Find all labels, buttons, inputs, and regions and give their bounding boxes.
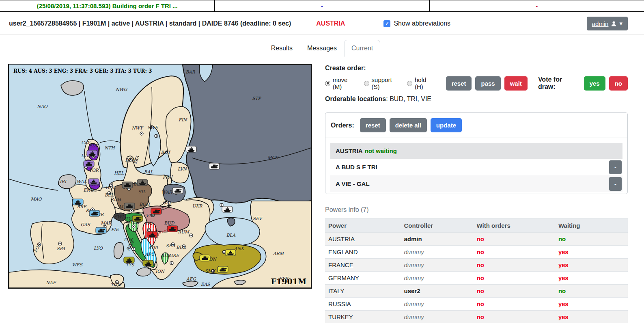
map-label-tri: TRI <box>144 221 153 226</box>
map-label-hol: HOL <box>106 185 116 190</box>
with-orders-cell: no <box>474 298 555 311</box>
map-label-spa: SPA <box>57 246 65 251</box>
col-with-orders: With orders <box>474 219 555 233</box>
radio-icon[interactable] <box>364 81 369 86</box>
show-abbreviations-checkbox[interactable]: ✓ <box>383 20 390 27</box>
with-orders-cell: no <box>474 311 555 324</box>
order-type-support[interactable]: support (S) <box>364 76 401 90</box>
status-bar: (25/08/2019, 11:37:08.593) Building orde… <box>0 0 644 12</box>
with-orders-cell: no <box>474 285 555 298</box>
supply-center-dot <box>141 133 142 134</box>
map-label-war: WAR <box>162 190 172 194</box>
user-menu-button[interactable]: admin ▾ <box>587 17 628 30</box>
tab-messages[interactable]: Messages <box>300 40 344 57</box>
map-label-bar: BAR <box>185 69 195 74</box>
tab-bar: ResultsMessagesCurrent <box>0 40 644 57</box>
unit-italy-fleet[interactable] <box>124 257 134 263</box>
map-label-eas: EAS <box>201 282 210 287</box>
map-label-bul: BUL <box>176 245 186 250</box>
unit-france-army[interactable] <box>96 227 106 233</box>
controller-cell: dummy <box>401 272 474 285</box>
remove-order-button[interactable]: - <box>609 160 622 174</box>
orders-update-button[interactable]: update <box>431 118 462 132</box>
map-label-bal: BAL <box>144 169 153 174</box>
tab-results[interactable]: Results <box>264 40 300 57</box>
controller-cell: user2 <box>401 285 474 298</box>
col-waiting: Waiting <box>555 219 628 233</box>
supply-center-dot <box>155 135 157 136</box>
supply-center-dot <box>133 248 134 249</box>
user-icon <box>611 21 617 27</box>
game-map[interactable]: NAONWGBARNTHIRIENGMAOHELSKABALBOTLYOWEST… <box>8 64 312 289</box>
unit-italy-army[interactable] <box>132 216 143 222</box>
unit-russia-fleet[interactable] <box>222 206 233 212</box>
vote-yes-button[interactable]: yes <box>584 76 605 91</box>
pass-button[interactable]: pass <box>475 76 500 91</box>
order-type-radios: move (M)support (S)hold (H) <box>325 76 442 90</box>
unit-russia-army[interactable] <box>209 163 220 169</box>
power-cell: TURKEY <box>325 311 401 324</box>
map-label-nwy: NWY <box>132 125 144 130</box>
map-label-nth: NTH <box>104 145 115 150</box>
unit-france-army[interactable] <box>89 210 100 216</box>
map-label-tun: TUN <box>110 282 121 287</box>
order-type-hold[interactable]: hold (H) <box>407 76 435 90</box>
power-cell: RUSSIA <box>325 298 401 311</box>
map-label-wes: WES <box>72 262 82 267</box>
supply-center-dot <box>190 235 192 236</box>
waiting-cell: no <box>555 285 628 298</box>
region-russia[interactable] <box>183 65 311 203</box>
map-svg[interactable]: NAONWGBARNTHIRIENGMAOHELSKABALBOTLYOWEST… <box>9 65 311 288</box>
map-label-fin: FIN <box>179 117 187 122</box>
tab-current[interactable]: Current <box>344 40 380 57</box>
radio-icon[interactable] <box>407 81 412 86</box>
unit-france-fleet[interactable] <box>73 199 83 205</box>
map-label-swe: SWE <box>147 125 158 130</box>
unit-turkey-army[interactable] <box>200 255 210 261</box>
map-label-smy: SMY <box>205 268 216 273</box>
order-text: A VIE - GAL <box>336 180 370 187</box>
current-power-label: AUSTRIA <box>316 20 345 27</box>
wait-button[interactable]: wait <box>504 76 528 91</box>
map-label-mos: MOS <box>267 155 278 160</box>
map-label-bot: BOT <box>161 150 171 155</box>
waiting-cell: yes <box>555 272 628 285</box>
orders-reset-button[interactable]: reset <box>360 118 386 132</box>
waiting-cell: yes <box>555 298 628 311</box>
order-type-move[interactable]: move (M) <box>325 76 358 90</box>
unit-russia-fleet[interactable] <box>186 146 196 152</box>
power-cell: ENGLAND <box>325 246 401 259</box>
order-text: A BUD S F TRI <box>336 164 377 171</box>
map-label-nwg: NWG <box>116 87 128 92</box>
map-label-boh: BOH <box>139 202 151 207</box>
unit-russia-army[interactable] <box>172 188 183 194</box>
unit-austria-army[interactable] <box>167 226 178 232</box>
map-label-yor: YOR <box>89 168 99 173</box>
unit-austria-army[interactable] <box>151 208 162 214</box>
unit-england-army[interactable] <box>84 161 94 167</box>
unit-italy-fleet[interactable] <box>143 260 153 266</box>
unit-turkey-army[interactable] <box>218 266 228 272</box>
supply-center-dot <box>59 243 60 244</box>
unit-germany-army[interactable] <box>124 203 135 209</box>
power-row-turkey: TURKEYdummynoyes <box>325 311 628 324</box>
orders-title: Orders: <box>331 122 354 129</box>
map-label-hel: HEL <box>114 171 124 175</box>
unit-turkey-fleet[interactable] <box>225 250 236 256</box>
unit-germany-fleet[interactable] <box>137 179 148 186</box>
map-label-lvn: LVN <box>178 166 187 171</box>
vote-no-button[interactable]: no <box>609 76 628 91</box>
header-divider <box>0 35 644 35</box>
power-row-austria: AUSTRIAadminnono <box>325 233 628 246</box>
radio-icon[interactable] <box>325 81 330 86</box>
unit-england-fleet[interactable] <box>87 150 97 156</box>
order-item: A BUD S F TRI- <box>330 159 622 175</box>
map-label-ion: ION <box>155 269 165 274</box>
reset-order-button[interactable]: reset <box>446 76 472 91</box>
remove-order-button[interactable]: - <box>609 177 622 191</box>
order-list: A BUD S F TRI-A VIE - GAL- <box>330 159 622 192</box>
unit-germany-army[interactable] <box>122 182 133 188</box>
orders-delete-all-button[interactable]: delete all <box>390 118 427 132</box>
unit-england-fleet[interactable] <box>88 179 99 185</box>
power-waiting-status: AUSTRIAnot waiting <box>330 143 622 159</box>
